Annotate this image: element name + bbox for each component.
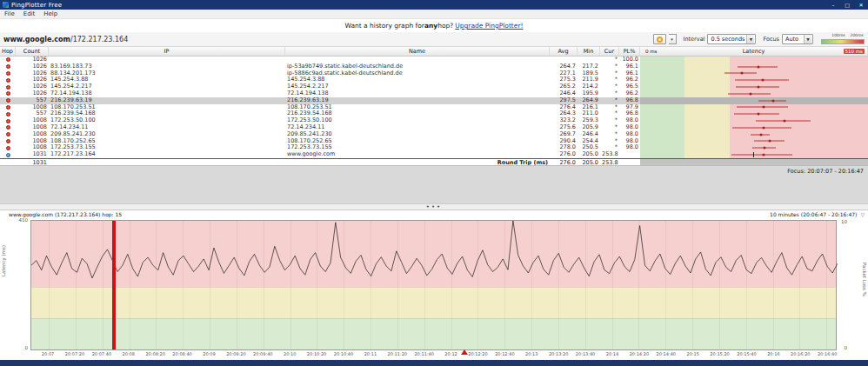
table-row[interactable]: 102672.14.194.13872.14.194.138246.4195.9…	[0, 90, 868, 97]
timeline-options-icon[interactable]: ▽	[860, 211, 865, 217]
cell-cur: *	[600, 144, 619, 151]
summary-label: Round Trip (ms)	[285, 159, 550, 165]
col-count[interactable]: Count	[16, 47, 49, 56]
latency-timeline-plot[interactable]	[30, 220, 837, 350]
cell-min: 214.2	[578, 83, 600, 90]
cell-pl: 97.9	[619, 104, 640, 111]
col-name[interactable]: Name	[285, 47, 550, 56]
summary-latency-cell	[640, 159, 868, 165]
target-bar: www.google.com / 172.217.23.164 ▾ Interv…	[0, 32, 868, 47]
close-button[interactable]: ✕	[854, 0, 868, 10]
focus-marker-icon[interactable]	[461, 349, 468, 355]
cell-cur: *	[600, 97, 619, 104]
maximize-button[interactable]: □	[840, 0, 854, 10]
legend-tick-100ms: 100ms	[831, 33, 845, 37]
cell-count: 557	[16, 110, 49, 117]
cell-min: 205.9	[578, 124, 600, 131]
cell-min: 246.4	[578, 131, 600, 138]
col-cur[interactable]: Cur	[600, 47, 619, 56]
cell-ip: 216.239.63.19	[49, 97, 285, 104]
yaxis-max-tick: 410	[10, 217, 28, 223]
menu-edit[interactable]: Edit	[23, 10, 36, 17]
interval-select[interactable]: 0.5 seconds ▼	[707, 34, 756, 44]
table-row[interactable]: 1008209.85.241.230209.85.241.230269.7246…	[0, 131, 868, 138]
focus-select[interactable]: Auto ▼	[782, 34, 813, 44]
x-tick-label: 20:12:20	[468, 351, 487, 356]
interval-label: Interval	[684, 36, 705, 43]
col-pl[interactable]: PL%	[619, 47, 640, 56]
col-ip[interactable]: IP	[49, 47, 285, 56]
col-avg[interactable]: Avg	[550, 47, 578, 56]
cell-pl: 98.0	[619, 117, 640, 124]
x-tick-label: 20:08	[123, 351, 135, 356]
table-row[interactable]: 1026*100.0	[0, 57, 868, 63]
cell-name: 216.239.54.168	[285, 110, 550, 117]
summary-cur: 253.8	[600, 159, 619, 165]
cell-ip: 83.169.183.73	[49, 63, 285, 70]
cell-pl: 98.0	[619, 131, 640, 138]
cell-cur: *	[600, 63, 619, 70]
table-row[interactable]: 1026145.254.2.217145.254.2.217265.2214.2…	[0, 83, 868, 90]
notice-text-post: hop?	[437, 22, 453, 30]
pause-button[interactable]	[653, 34, 666, 44]
table-row[interactable]: 1026145.254.3.88145.254.3.88275.3211.9*9…	[0, 77, 868, 83]
table-row[interactable]: 102688.134.201.173ip-5886c9ad.static.kab…	[0, 70, 868, 77]
cell-ip: 72.14.194.138	[49, 90, 285, 97]
col-min[interactable]: Min	[578, 47, 600, 56]
table-row[interactable]: 102683.169.183.73ip-53a9b749.static.kabe…	[0, 63, 868, 70]
round-trip-summary-row: 1031 Round Trip (ms) 276.0 205.0 253.8	[0, 158, 868, 165]
latency-graph-cell	[640, 110, 868, 117]
cell-avg: 275.6	[550, 124, 578, 131]
cell-name: ip-5886c9ad.static.kabel-deutschland.de	[285, 70, 550, 77]
cell-ip: 88.134.201.173	[49, 70, 285, 77]
menu-file[interactable]: File	[4, 10, 15, 17]
col-latency[interactable]: 0 ms Latency 510 ms	[640, 47, 868, 56]
table-row[interactable]: 1008172.253.73.155172.253.73.155278.0250…	[0, 144, 868, 151]
pause-dropdown-icon[interactable]: ▾	[669, 34, 677, 44]
upgrade-link[interactable]: Upgrade PingPlotter!	[455, 22, 523, 30]
trace-table-body: 1026*100.0102683.169.183.73ip-53a9b749.s…	[0, 57, 868, 158]
cell-name: www.google.com	[285, 151, 550, 158]
table-row[interactable]: 1008172.253.50.100172.253.50.100323.2259…	[0, 117, 868, 124]
cell-pl: 96.8	[619, 110, 640, 117]
cell-avg	[550, 57, 578, 63]
cell-min: 195.9	[578, 90, 600, 97]
hop-error-icon	[6, 146, 10, 150]
latency-graph-cell	[640, 144, 868, 151]
table-row[interactable]: 1031172.217.23.164www.google.com276.0205…	[0, 151, 868, 158]
legend-tick-200ms: 200ms	[850, 33, 863, 37]
table-row[interactable]: 1008108.170.252.65108.170.252.65290.4254…	[0, 138, 868, 145]
title-bar[interactable]: PingPlotter Free – □ ✕	[0, 0, 868, 10]
x-tick-label: 20:15:40	[737, 351, 756, 356]
menu-help[interactable]: Help	[43, 10, 57, 17]
hop-error-icon	[6, 139, 10, 143]
col-hop[interactable]: Hop	[0, 47, 16, 56]
cell-cur: *	[600, 104, 619, 111]
cell-avg: 278.0	[550, 144, 578, 151]
hop-error-icon	[6, 98, 10, 103]
taskbar	[0, 360, 868, 366]
hop-error-icon	[6, 105, 10, 110]
table-row[interactable]: 557216.239.63.19216.239.63.19297.5264.9*…	[0, 97, 868, 104]
table-row[interactable]: 100872.14.234.1172.14.234.11275.6205.9*9…	[0, 124, 868, 131]
x-tick-label: 20:07	[42, 351, 54, 356]
x-tick-label: 20:10:40	[334, 351, 353, 356]
pane-splitter-handle[interactable]: •••	[0, 203, 868, 210]
table-row[interactable]: 1008108.170.253.51108.170.253.51276.4216…	[0, 104, 868, 111]
cell-avg: 276.4	[550, 104, 578, 111]
cell-name: 108.170.253.51	[285, 104, 550, 111]
cell-pl: 98.0	[619, 124, 640, 131]
latency-graph-cell	[640, 63, 868, 70]
latency-graph-cell	[640, 138, 868, 145]
x-tick-label: 20:07:40	[92, 351, 111, 356]
latency-graph-cell	[640, 124, 868, 131]
chevron-down-icon: ▼	[804, 35, 811, 43]
cell-name	[285, 57, 550, 63]
cell-count: 1008	[16, 117, 49, 124]
cell-min: 189.5	[578, 70, 600, 77]
minimize-button[interactable]: –	[826, 0, 840, 10]
cell-avg: 227.1	[550, 70, 578, 77]
latency-graph-cell	[640, 83, 868, 90]
table-row[interactable]: 557216.239.54.168216.239.54.168264.3211.…	[0, 110, 868, 117]
cell-ip: 145.254.3.88	[49, 77, 285, 83]
